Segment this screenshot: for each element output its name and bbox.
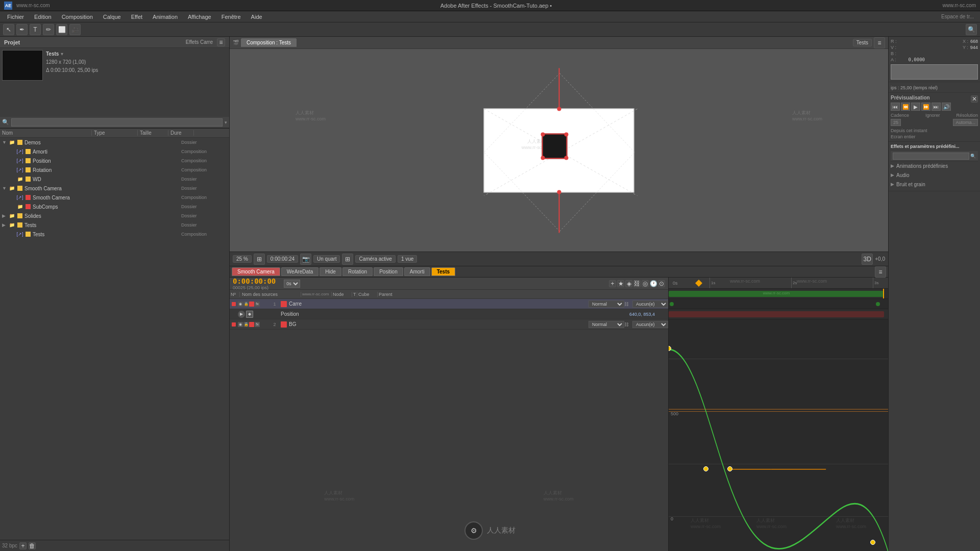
layer-solo-carre[interactable]: ◉ (238, 302, 243, 307)
layer-fx-bg[interactable]: fx (255, 322, 260, 327)
effects-search[interactable] (893, 153, 969, 160)
comp-view-options[interactable]: ⊞ (342, 254, 353, 265)
tab-hide[interactable]: Hide (320, 267, 341, 276)
prev-skip-end[interactable]: ⏭ (932, 103, 941, 111)
layer-parent-bg[interactable]: Aucun(e) (632, 321, 668, 328)
layer-lock-bg[interactable]: 🔒 (243, 322, 249, 327)
layer-parent-carre[interactable]: Aucun(e) (632, 300, 668, 308)
preview-panel-menu[interactable]: ✕ (971, 95, 978, 103)
prev-audio[interactable]: 🔊 (942, 103, 951, 111)
menu-fichier[interactable]: Fichier (2, 13, 29, 21)
search-options[interactable]: ▾ (225, 120, 227, 125)
asset-folder-subcomps[interactable]: 📁 SubComps Dossier (0, 202, 229, 211)
menu-effet[interactable]: Effet (126, 13, 148, 21)
time-select[interactable]: 0s (284, 280, 300, 288)
menu-affichage[interactable]: Affichage (183, 13, 216, 21)
layer-row-bg[interactable]: ◉ 🔒 fx 2 BG Normal ⛓ Aucun( (230, 319, 668, 330)
canvas-object[interactable] (542, 133, 567, 159)
tl-clock[interactable]: 🕐 (650, 280, 657, 287)
tab-tests[interactable]: Tests (431, 267, 455, 276)
layer-lock-carre[interactable]: 🔒 (243, 302, 249, 307)
comp-panel-menu[interactable]: ≡ (874, 37, 885, 48)
camera-ctrl[interactable]: Caméra active (355, 255, 395, 263)
tool-select[interactable]: ↖ (3, 24, 14, 35)
menu-edition[interactable]: Edition (29, 13, 57, 21)
prev-play[interactable]: ▶ (911, 103, 920, 111)
cp-end[interactable] (870, 540, 875, 545)
prev-step-back[interactable]: ⏪ (901, 103, 910, 111)
asset-comp-smooth-camera[interactable]: [↗] Smooth Camera Composition (0, 193, 229, 202)
comp-3d[interactable]: 3D (862, 254, 873, 265)
tl-cam[interactable]: ◎ (642, 280, 649, 287)
comp-camera-btn[interactable]: 📷 (300, 254, 311, 265)
sublayer-position[interactable]: ▶ ◆ Position 640,0, 853,4 (230, 309, 668, 319)
layer-visibility-bg[interactable] (232, 322, 236, 327)
tab-smooth-camera[interactable]: Smooth Camera (232, 267, 280, 276)
asset-folder-solides[interactable]: ▶ 📁 Solides Dossier (0, 211, 229, 220)
effect-animations[interactable]: ▶ Animations prédéfinies (891, 161, 978, 170)
layer-blend-bg[interactable]: Normal (589, 321, 624, 328)
resolution-ctrl[interactable]: Un quart (313, 255, 340, 263)
menu-composition[interactable]: Composition (57, 13, 98, 21)
layer1-span-bar[interactable]: www.rr-sc.com (669, 291, 884, 297)
comp-tab-tests[interactable]: Composition : Tests (241, 38, 297, 47)
view-count-ctrl[interactable]: 1 vue (398, 255, 417, 263)
layer2-span-bar[interactable] (669, 311, 884, 317)
tool-search-effects[interactable]: 🔍 (966, 24, 977, 35)
tool-brush[interactable]: ✏ (43, 24, 54, 35)
layer-row-carre[interactable]: ◉ 🔒 fx 1 Carre Normal ⛓ Auc (230, 299, 668, 309)
project-panel-menu[interactable]: ≡ (217, 38, 225, 46)
tab-amorti[interactable]: Amorti (404, 267, 430, 276)
asset-folder-demos[interactable]: ▼ 📁 Demos Dossier (0, 138, 229, 147)
menu-aide[interactable]: Aide (246, 13, 267, 21)
tool-text[interactable]: T (30, 24, 41, 35)
tl-link[interactable]: ⛓ (633, 280, 641, 287)
comp-tab-standalone[interactable]: Tests (853, 39, 872, 46)
key-start[interactable] (670, 302, 674, 306)
project-search-input[interactable] (11, 118, 223, 127)
tool-pen[interactable]: ✒ (16, 24, 28, 35)
tool-camera[interactable]: 🎥 (69, 24, 81, 35)
layer-fx-carre[interactable]: fx (255, 302, 260, 307)
asset-comp-position[interactable]: [↗] Position Composition (0, 156, 229, 165)
cadence-input[interactable]: 25 (891, 119, 901, 126)
asset-folder-smooth-camera[interactable]: ▼ 📁 Smooth Camera Dossier (0, 184, 229, 193)
layer-solo-bg[interactable]: ◉ (238, 322, 243, 327)
resolution-auto[interactable]: Automa... (953, 119, 978, 126)
tl-add[interactable]: + (609, 280, 616, 287)
tab-wearedata[interactable]: WeAreData (281, 267, 319, 276)
asset-comp-amorti[interactable]: [↗] Amorti Composition (0, 147, 229, 156)
asset-comp-rotation[interactable]: [↗] Rotation Composition (0, 165, 229, 174)
timeline-delete[interactable]: 🗑 (29, 542, 36, 549)
tl-graph[interactable]: ◈ (625, 280, 632, 287)
tl-snap[interactable]: ⊙ (658, 280, 665, 287)
asset-folder-wd[interactable]: 📁 WD Dossier (0, 174, 229, 184)
tests-toggle[interactable]: ▶ (2, 222, 8, 228)
timeline-new[interactable]: + (19, 542, 27, 549)
asset-comp-tests[interactable]: [↗] Tests Composition (0, 230, 229, 239)
tab-position[interactable]: Position (374, 267, 403, 276)
menu-fenetre[interactable]: Fenêtre (216, 13, 246, 21)
effect-audio[interactable]: ▶ Audio (891, 170, 978, 180)
key-end[interactable] (876, 302, 880, 306)
smooth-toggle[interactable]: ▼ (2, 186, 8, 191)
sl-key[interactable]: ◆ (246, 311, 253, 318)
layer-blend-carre[interactable]: Normal (589, 300, 624, 308)
color-preview-swatch[interactable] (891, 64, 978, 80)
menu-calque[interactable]: Calque (98, 13, 126, 21)
solides-toggle[interactable]: ▶ (2, 213, 8, 218)
layer-visibility-carre[interactable] (232, 302, 236, 306)
timecode-display[interactable]: 0:00:00:24 (267, 255, 298, 263)
sl-expand[interactable]: ▶ (238, 311, 245, 318)
prev-step-fwd[interactable]: ⏩ (921, 103, 930, 111)
asset-folder-tests[interactable]: ▶ 📁 Tests Dossier (0, 220, 229, 230)
tl-star[interactable]: ★ (617, 280, 624, 287)
graph-area[interactable]: 500 0 (669, 319, 888, 551)
comp-grid[interactable]: ⊞ (254, 254, 265, 265)
cp-mid1[interactable] (727, 466, 732, 471)
prev-skip-start[interactable]: ⏮ (891, 103, 900, 111)
demos-toggle[interactable]: ▼ (2, 140, 8, 145)
zoom-ctrl[interactable]: 25 % (233, 255, 252, 263)
tool-shape[interactable]: ⬜ (56, 24, 67, 35)
cp-handle1[interactable] (703, 466, 708, 471)
